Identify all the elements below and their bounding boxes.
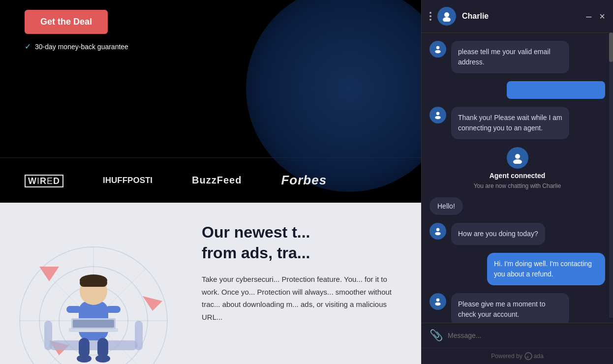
message-4: Hi. I'm doing well. I'm contacting you a… bbox=[429, 253, 605, 285]
checkmark-icon: ✓ bbox=[25, 42, 31, 51]
agent-name: Charlie bbox=[462, 12, 580, 21]
chat-messages: please tell me your valid email address.… bbox=[422, 33, 613, 323]
svg-text:a: a bbox=[526, 355, 529, 359]
agent-msg-avatar-3 bbox=[429, 223, 446, 240]
message-input-response bbox=[429, 81, 605, 99]
attach-button[interactable]: 📎 bbox=[429, 329, 443, 342]
agent-msg-avatar-1 bbox=[429, 41, 446, 58]
svg-point-29 bbox=[435, 50, 440, 54]
svg-point-31 bbox=[435, 116, 440, 120]
logo-huffpost: IHUFFPOSTI bbox=[103, 176, 153, 185]
svg-rect-16 bbox=[80, 279, 107, 287]
chat-input-area: 📎 bbox=[422, 323, 613, 348]
chat-scrollbar-thumb bbox=[609, 32, 613, 62]
svg-point-24 bbox=[77, 355, 92, 363]
chat-scrollbar[interactable] bbox=[609, 32, 613, 318]
get-deal-button[interactable]: Get the Deal bbox=[25, 10, 108, 34]
agent-msg-avatar-2 bbox=[429, 107, 446, 123]
chat-footer: Powered by a ada bbox=[422, 348, 613, 364]
logo-forbes: Forbes bbox=[281, 173, 327, 188]
message-2: Thank you! Please wait while I am connec… bbox=[429, 107, 605, 139]
message-bubble-1: please tell me your valid email address. bbox=[451, 41, 569, 73]
agent-msg-avatar-5 bbox=[429, 293, 446, 310]
svg-point-30 bbox=[436, 112, 440, 115]
bottom-section: Our newest t... from ads, tra... Take yo… bbox=[0, 203, 423, 364]
logo-buzzfeed: BuzzFeed bbox=[192, 175, 242, 186]
message-bubble-2: Thank you! Please wait while I am connec… bbox=[451, 107, 569, 139]
svg-rect-12 bbox=[135, 321, 143, 350]
chat-widget: Charlie – × please tell me your valid em… bbox=[421, 0, 613, 364]
svg-point-26 bbox=[444, 12, 449, 17]
message-1: please tell me your valid email address. bbox=[429, 41, 605, 73]
svg-point-28 bbox=[436, 46, 440, 49]
person-illustration bbox=[39, 242, 148, 364]
svg-rect-18 bbox=[106, 306, 121, 313]
close-button[interactable]: × bbox=[599, 11, 605, 21]
agent-connected-subtitle: You are now chatting with Charlie bbox=[474, 182, 561, 189]
agent-avatar bbox=[437, 7, 456, 26]
ada-logo: a ada bbox=[524, 352, 544, 360]
message-bubble-4: Hi. I'm doing well. I'm contacting you a… bbox=[487, 253, 605, 285]
svg-point-32 bbox=[515, 154, 520, 159]
main-page: Get the Deal ✓ 30-day money-back guarant… bbox=[0, 0, 423, 364]
hello-message: Hello! bbox=[429, 197, 463, 215]
svg-point-33 bbox=[513, 159, 522, 164]
content-heading: Our newest t... from ads, tra... bbox=[202, 222, 398, 263]
minimize-button[interactable]: – bbox=[586, 11, 591, 21]
powered-by-text: Powered by a ada bbox=[426, 352, 609, 360]
message-5: Please give me a moment to check your ac… bbox=[429, 293, 605, 323]
svg-point-25 bbox=[95, 355, 110, 363]
svg-rect-17 bbox=[66, 306, 81, 313]
message-input[interactable] bbox=[448, 332, 605, 339]
message-bubble-5: Please give me a moment to check your ac… bbox=[451, 293, 569, 323]
svg-point-37 bbox=[435, 303, 440, 306]
svg-rect-21 bbox=[73, 320, 114, 328]
content-body: Take your cybersecuri... Protection feat… bbox=[202, 273, 398, 323]
content-area: Our newest t... from ads, tra... Take yo… bbox=[202, 222, 398, 323]
svg-rect-10 bbox=[49, 340, 138, 350]
top-section: Get the Deal ✓ 30-day money-back guarant… bbox=[0, 0, 423, 157]
svg-point-35 bbox=[435, 232, 440, 236]
chat-header: Charlie – × bbox=[422, 0, 613, 33]
svg-point-34 bbox=[436, 228, 440, 231]
illustration-container bbox=[0, 212, 187, 364]
svg-rect-11 bbox=[44, 321, 52, 350]
more-options-button[interactable] bbox=[429, 12, 431, 21]
message-3: How are you doing today? bbox=[429, 223, 605, 245]
logo-wired: WIRED bbox=[25, 174, 63, 187]
agent-connected-icon bbox=[507, 147, 528, 169]
agent-connected-notice: Agent connected You are now chatting wit… bbox=[429, 147, 605, 189]
agent-connected-title: Agent connected bbox=[490, 172, 546, 180]
chat-header-actions: – × bbox=[586, 11, 605, 21]
message-bubble-3: How are you doing today? bbox=[451, 223, 545, 245]
svg-point-27 bbox=[443, 17, 451, 22]
user-email-response bbox=[507, 81, 605, 99]
money-back-text: 30-day money-back guarantee bbox=[35, 43, 128, 51]
svg-point-36 bbox=[436, 298, 440, 302]
